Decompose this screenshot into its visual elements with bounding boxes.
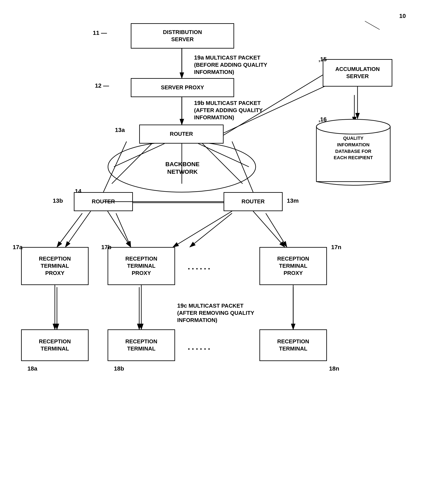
svg-line-12 xyxy=(190,213,232,247)
quality-db-label: QUALITYINFORMATIONDATABASE FOREACH RECIP… xyxy=(319,135,388,161)
ref-18n: 18n xyxy=(329,365,339,372)
ref-18b: 18b xyxy=(114,365,124,372)
ref-17b: 17b xyxy=(101,244,111,251)
ref-16: ,16 xyxy=(319,116,327,123)
server-proxy-box: SERVER PROXY xyxy=(131,78,234,97)
quality-db-container: QUALITYINFORMATIONDATABASE FOREACH RECIP… xyxy=(314,118,392,191)
svg-line-10 xyxy=(116,213,131,247)
rt-b-box: RECEPTIONTERMINAL xyxy=(108,329,175,361)
svg-line-29 xyxy=(108,211,131,247)
ref-13a: 13a xyxy=(115,127,125,133)
router-right-box: ROUTER xyxy=(224,192,283,211)
router-top-box: ROUTER xyxy=(139,124,224,144)
label-19c: 19c MULTICAST PACKET(AFTER REMOVING QUAL… xyxy=(177,302,254,324)
rtp-b-box: RECEPTIONTERMINALPROXY xyxy=(108,247,175,285)
ref-13m: 13m xyxy=(287,197,299,204)
svg-line-8 xyxy=(232,141,253,192)
diagram: 10 DISTRIBUTIONSERVER 11 — SERVER PROXY … xyxy=(0,0,448,489)
ref-13b: 13b xyxy=(53,197,63,204)
rtp-n-box: RECEPTIONTERMINALPROXY xyxy=(259,247,327,285)
svg-line-30 xyxy=(253,211,285,247)
router-left-box: ROUTER xyxy=(74,192,133,211)
rt-n-box: RECEPTIONTERMINAL xyxy=(259,329,327,361)
ref-11: 11 — xyxy=(93,30,107,36)
svg-point-20 xyxy=(316,119,390,134)
dots-2: ...... xyxy=(188,342,212,352)
ref-17a: 17a xyxy=(13,244,23,251)
dots-1: ...... xyxy=(188,262,212,271)
ref-15: ,15 xyxy=(319,56,327,63)
distribution-server-box: DISTRIBUTIONSERVER xyxy=(131,23,234,49)
ref-10: 10 xyxy=(399,13,406,19)
svg-line-31 xyxy=(173,211,232,247)
ref-18a: 18a xyxy=(27,365,37,372)
ref-17n: 17n xyxy=(331,244,341,251)
svg-line-9 xyxy=(57,213,82,247)
svg-line-22 xyxy=(365,21,380,30)
svg-line-11 xyxy=(266,213,287,247)
backbone-label: BACKBONENETWORK xyxy=(148,160,217,176)
rt-a-box: RECEPTIONTERMINAL xyxy=(21,329,88,361)
accumulation-server-box: ACCUMULATIONSERVER xyxy=(323,59,392,87)
svg-line-7 xyxy=(103,141,127,192)
svg-line-28 xyxy=(65,211,91,247)
ref-12: 12 — xyxy=(95,82,109,89)
label-19b: 19b MULTICAST PACKET(AFTER ADDING QUALIT… xyxy=(194,99,263,121)
rtp-a-box: RECEPTIONTERMINALPROXY xyxy=(21,247,88,285)
label-19a: 19a MULTICAST PACKET(BEFORE ADDING QUALI… xyxy=(194,54,267,76)
